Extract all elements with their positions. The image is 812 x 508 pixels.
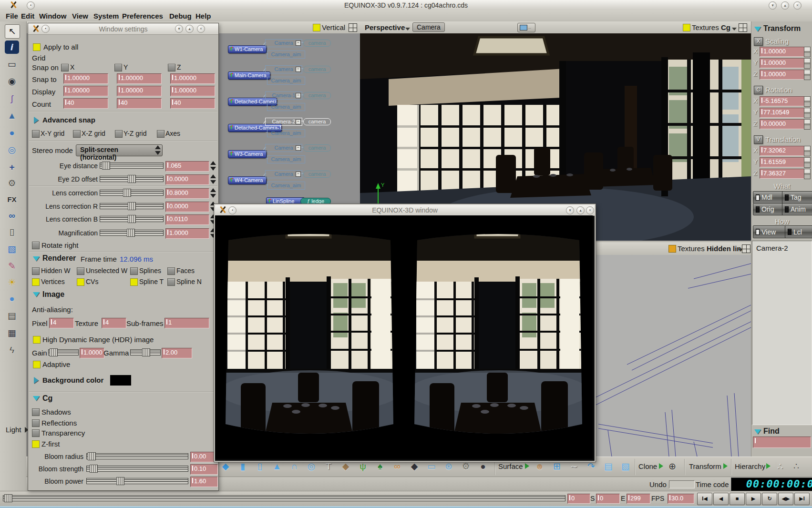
play-back-button[interactable]: ◀ <box>713 493 729 505</box>
background-color-expander-icon[interactable] <box>34 377 39 384</box>
face-tool[interactable]: ☻ <box>533 460 547 473</box>
eye-2d-offset-spin[interactable] <box>210 174 216 184</box>
port-camera[interactable]: Camera− <box>265 144 302 152</box>
node-main-camera[interactable]: Main-Camera <box>228 71 270 80</box>
snap-to-x-field[interactable]: 1.00000 <box>63 73 108 84</box>
xy-grid-checkbox[interactable] <box>32 130 40 138</box>
port-camera[interactable]: Camera− <box>265 170 302 178</box>
translation-x-nub[interactable] <box>804 146 811 156</box>
transform-menu[interactable]: Transform <box>689 462 721 470</box>
menu-window[interactable]: Window <box>39 12 66 20</box>
translation-key-button[interactable]: V <box>754 135 763 144</box>
printer-tool[interactable]: ▤ <box>5 309 19 323</box>
grass-tool[interactable]: ψ <box>356 460 370 473</box>
scaling-y-nub[interactable] <box>804 58 811 69</box>
hierarchy-menu[interactable]: Hierarchy <box>735 462 765 470</box>
rotation-z-nub[interactable] <box>804 119 811 130</box>
end-frame-field[interactable]: 299 <box>627 494 650 504</box>
frame-field[interactable]: 0 <box>567 494 590 504</box>
scaling-z-field[interactable]: 1.00000 <box>760 70 804 80</box>
background-color-swatch[interactable] <box>110 375 131 386</box>
maximize-button[interactable]: ▴ <box>781 1 789 10</box>
timeline-handle[interactable] <box>4 494 12 502</box>
dialog-close-button[interactable]: × <box>197 25 205 33</box>
magnification-slider[interactable] <box>100 230 164 236</box>
menu-system[interactable]: System <box>93 12 119 20</box>
collapse-toggle-icon[interactable]: − <box>296 172 301 177</box>
cylinder-tool[interactable]: ▮ <box>236 460 250 473</box>
rotate-right-checkbox[interactable] <box>32 242 40 249</box>
port-camera-aim[interactable]: Camera_aim <box>267 103 305 111</box>
view-mode-dropdown-icon[interactable] <box>405 28 410 30</box>
slider-handle[interactable] <box>123 189 131 197</box>
bloom-strength-slider[interactable] <box>86 466 188 472</box>
yz-grid-checkbox[interactable] <box>115 130 123 138</box>
port-camera-aim[interactable]: Camera_aim <box>267 129 305 137</box>
node-w4-camera[interactable]: W4-Camera <box>228 176 267 184</box>
stereo-close-button[interactable]: × <box>586 206 594 214</box>
layers-tool[interactable]: ▤ <box>601 460 616 473</box>
translation-z-field[interactable]: 7.36327 <box>760 169 804 179</box>
tag-camera-selected[interactable]: camera <box>303 118 331 125</box>
node-w3-camera[interactable]: W3-Camera <box>228 150 267 158</box>
gamma-slider[interactable] <box>130 349 161 356</box>
stereo-raise-button[interactable]: ▴ <box>576 206 585 214</box>
fps-field[interactable]: 30.0 <box>668 494 694 504</box>
xz-grid-checkbox[interactable] <box>73 130 81 138</box>
transform-expand-icon[interactable] <box>723 463 728 469</box>
scaling-x-nub[interactable] <box>804 47 811 57</box>
tag-camera[interactable]: camera <box>303 92 331 99</box>
play-button[interactable]: ▶ <box>746 493 761 505</box>
globe-tool[interactable]: ● <box>5 292 19 305</box>
go-last-button[interactable]: ▶I <box>794 493 810 505</box>
clone-expand-icon[interactable] <box>659 463 663 469</box>
network-tool[interactable]: ϟ <box>5 344 19 357</box>
transparency-checkbox[interactable] <box>32 429 40 437</box>
slider-handle[interactable] <box>127 229 135 237</box>
crystal-tool[interactable]: ◆ <box>407 460 421 473</box>
slider-handle[interactable] <box>116 477 124 485</box>
snap-z-checkbox[interactable] <box>168 64 175 71</box>
close-button[interactable]: × <box>793 1 802 10</box>
slider-handle[interactable] <box>128 175 136 183</box>
translation-y-field[interactable]: 1.61559 <box>760 157 804 167</box>
slider-handle[interactable] <box>88 452 96 460</box>
step-button[interactable]: ◀▶ <box>778 493 793 505</box>
rotation-y-nub[interactable] <box>804 108 811 118</box>
port-camera-aim[interactable]: Camera_aim <box>267 182 305 190</box>
textures-checkbox[interactable] <box>668 245 676 253</box>
vertical-checkbox[interactable] <box>313 24 320 31</box>
stereo-title-bar[interactable]: • EQUINOX-3D window ▾ ▴ × <box>215 205 595 216</box>
axes-tool[interactable]: + <box>5 161 19 174</box>
gear-tool[interactable]: ⚙ <box>459 460 473 473</box>
light-section-label[interactable]: Light <box>6 426 21 434</box>
binoculars-tool[interactable]: ∞ <box>5 209 19 223</box>
renderer-expander-icon[interactable] <box>33 256 40 261</box>
rock-tool[interactable]: ◆ <box>339 460 353 473</box>
port-camera[interactable]: Camera-1− <box>265 91 302 100</box>
port-camera[interactable]: Camera− <box>265 39 302 47</box>
collapse-toggle-icon[interactable]: − <box>296 67 301 72</box>
unselected-w-checkbox[interactable] <box>77 267 84 275</box>
selected-object[interactable]: Camera-2 <box>756 244 788 252</box>
lens-correction-b-slider[interactable] <box>100 216 164 222</box>
cube-tool[interactable]: ▧ <box>5 243 19 256</box>
stop-button[interactable]: ■ <box>730 493 745 505</box>
reflections-checkbox[interactable] <box>32 419 40 427</box>
collapse-toggle-icon[interactable]: − <box>296 145 301 151</box>
box-surface-tool[interactable]: ▧ <box>618 460 633 473</box>
eye-distance-field[interactable]: .065 <box>165 161 209 172</box>
bloom-radius-slider[interactable] <box>86 453 188 459</box>
gamma-field[interactable]: 2.00 <box>162 348 192 358</box>
bloom-power-slider[interactable] <box>86 478 188 484</box>
axes-checkbox[interactable] <box>157 130 164 138</box>
nuts-tool[interactable]: ∞ <box>390 460 404 473</box>
lens-correction-r-slider[interactable] <box>100 203 164 209</box>
clone-menu[interactable]: Clone <box>638 462 657 470</box>
shading-dropdown-icon[interactable] <box>732 28 737 30</box>
surface-expand-icon[interactable] <box>525 463 529 469</box>
ik-joint-tool[interactable]: ʃ <box>5 92 19 105</box>
lens-correction-slider[interactable] <box>100 190 164 196</box>
port-camera-aim[interactable]: Camera_aim <box>267 155 305 163</box>
snap-to-y-field[interactable]: 1.00000 <box>117 73 162 84</box>
